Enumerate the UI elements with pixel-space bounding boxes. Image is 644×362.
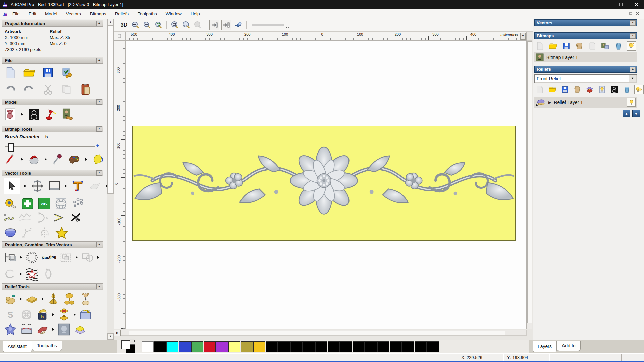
save-bitmap-layer-icon[interactable] bbox=[561, 41, 571, 51]
move-layer-up-icon[interactable]: ▲ bbox=[623, 110, 630, 117]
new-relief-layer-icon[interactable] bbox=[535, 84, 545, 95]
freehand-draw-tool[interactable] bbox=[89, 180, 101, 192]
canvas-vertical-scrollbar[interactable] bbox=[527, 40, 532, 329]
flyout-arrow-icon[interactable] bbox=[24, 185, 26, 187]
save-relief-layer-icon[interactable] bbox=[560, 84, 570, 95]
toggle-bitmap-visibility-icon[interactable] bbox=[627, 41, 636, 51]
menu-vectors[interactable]: Vectors bbox=[62, 11, 86, 16]
flyout-arrow-icon[interactable] bbox=[52, 328, 54, 331]
toggle-assistant-panel-icon[interactable] bbox=[209, 20, 219, 30]
copy-icon[interactable] bbox=[60, 83, 73, 96]
align-vectors-tool[interactable] bbox=[4, 251, 17, 264]
mirror-vectors-tool[interactable] bbox=[38, 226, 51, 239]
combine-relief-icon[interactable] bbox=[585, 84, 595, 95]
zoom-object-icon[interactable] bbox=[181, 20, 191, 30]
nesting-tool[interactable]: Nesting bbox=[41, 250, 57, 264]
polyline-tool[interactable] bbox=[21, 226, 34, 239]
relief-layer-name[interactable]: Relief Layer 1 bbox=[554, 100, 624, 105]
color-swatch[interactable] bbox=[402, 341, 414, 352]
color-swatch[interactable] bbox=[315, 341, 327, 352]
color-swatch[interactable] bbox=[427, 341, 439, 352]
create-text-tool[interactable] bbox=[71, 180, 84, 192]
menu-window[interactable]: Window bbox=[161, 11, 186, 16]
pan-view-icon[interactable] bbox=[233, 20, 243, 30]
bitmap-layer-row[interactable]: Bitmap Layer 1 bbox=[534, 52, 637, 62]
spin-relief-tool[interactable] bbox=[47, 293, 60, 305]
rollup-button[interactable]: ▲ bbox=[96, 99, 102, 105]
flyout-arrow-icon[interactable] bbox=[65, 185, 67, 187]
dome-relief-tool[interactable] bbox=[4, 337, 17, 340]
measure-tool[interactable] bbox=[4, 197, 17, 210]
star-relief-tool[interactable] bbox=[4, 323, 17, 336]
tab-layers[interactable]: Layers bbox=[533, 341, 557, 352]
mdi-close-icon[interactable] bbox=[636, 12, 639, 15]
pyramid-relief-tool[interactable] bbox=[36, 337, 49, 340]
flyout-arrow-icon[interactable] bbox=[21, 158, 23, 161]
color-swatch[interactable] bbox=[390, 341, 402, 352]
primary-secondary-colour-indicator[interactable] bbox=[121, 340, 136, 353]
toggle-relief-visibility-icon[interactable] bbox=[634, 85, 644, 94]
flyout-arrow-icon[interactable] bbox=[20, 298, 22, 300]
expand-relief-layer-icon[interactable]: ▶ bbox=[548, 100, 551, 105]
trim-vectors-tool[interactable] bbox=[70, 211, 83, 224]
color-swatch[interactable] bbox=[303, 341, 315, 352]
toggle-toolpaths-panel-icon[interactable] bbox=[221, 20, 231, 30]
options-icon[interactable] bbox=[60, 66, 73, 79]
join-vectors-tool[interactable] bbox=[4, 267, 17, 280]
sculpting-tool[interactable]: S bbox=[4, 308, 17, 321]
model-artboard[interactable] bbox=[132, 126, 515, 240]
link-colours-icon[interactable] bbox=[129, 339, 135, 343]
lighting-icon[interactable] bbox=[45, 108, 57, 121]
node-editing-tool[interactable] bbox=[4, 213, 14, 223]
shape-from-vectors-tool[interactable] bbox=[58, 308, 70, 321]
paste-along-curve-tool[interactable]: ABC bbox=[38, 198, 50, 209]
paint-selective-icon[interactable] bbox=[28, 153, 40, 166]
flyout-arrow-icon[interactable] bbox=[45, 158, 47, 161]
scrollbar-thumb[interactable] bbox=[527, 41, 532, 323]
redo-icon[interactable] bbox=[23, 83, 36, 96]
move-layer-down-icon[interactable]: ▼ bbox=[632, 110, 640, 117]
scrollbar-thumb[interactable] bbox=[129, 331, 505, 335]
close-button[interactable] bbox=[629, 0, 644, 9]
menu-model[interactable]: Model bbox=[41, 11, 62, 16]
color-swatch[interactable] bbox=[179, 341, 191, 352]
flyout-arrow-icon[interactable] bbox=[76, 256, 78, 259]
tab-assistant[interactable]: Assistant bbox=[3, 341, 32, 352]
collapse-bitmaps-icon[interactable]: ▲ bbox=[630, 33, 636, 39]
color-swatch[interactable] bbox=[142, 341, 154, 352]
relief-layer-visibility-icon[interactable] bbox=[627, 98, 636, 107]
blank-bitmap-icon[interactable] bbox=[587, 41, 597, 51]
mdi-minimize-icon[interactable] bbox=[623, 12, 626, 15]
delete-relief-icon[interactable] bbox=[622, 84, 632, 95]
open-model-icon[interactable] bbox=[23, 66, 36, 79]
wrap-relief-tool[interactable] bbox=[68, 337, 81, 340]
paste-icon[interactable] bbox=[79, 83, 92, 96]
text-on-curve-tool[interactable] bbox=[25, 251, 38, 264]
zoom-fit-icon[interactable] bbox=[170, 20, 179, 30]
color-swatch[interactable] bbox=[228, 341, 240, 352]
paste-relief-tool[interactable] bbox=[74, 323, 87, 336]
menu-bitmaps[interactable]: Bitmaps bbox=[86, 11, 111, 16]
relief-select-combobox[interactable]: Front Relief ▼ bbox=[534, 74, 637, 83]
flyout-arrow-icon[interactable] bbox=[85, 158, 87, 161]
relief-layer-row[interactable]: ▶ Relief Layer 1 bbox=[534, 97, 637, 108]
block-copy-tool[interactable] bbox=[60, 251, 72, 264]
color-swatch[interactable] bbox=[340, 341, 352, 352]
cut-icon[interactable] bbox=[42, 83, 54, 96]
vector-doctor-tool[interactable] bbox=[21, 197, 34, 210]
rollup-button[interactable]: ▲ bbox=[96, 242, 102, 247]
rollup-button[interactable]: ▲ bbox=[96, 126, 102, 132]
tab-toolpaths[interactable]: Toolpaths bbox=[32, 341, 62, 351]
mdi-restore-icon[interactable] bbox=[629, 12, 633, 15]
toggle-3d-view-button[interactable]: 3D bbox=[119, 20, 129, 30]
color-swatch[interactable] bbox=[266, 341, 278, 352]
flyout-arrow-icon[interactable] bbox=[20, 273, 22, 275]
minimize-button[interactable] bbox=[598, 0, 613, 9]
vector-texture-tool[interactable] bbox=[25, 267, 38, 280]
color-swatch[interactable] bbox=[353, 341, 365, 352]
scroll-up-icon[interactable]: ▲ bbox=[107, 19, 114, 25]
rollup-button[interactable]: ▲ bbox=[96, 284, 102, 289]
color-swatch[interactable] bbox=[204, 341, 216, 352]
pick-colour-icon[interactable] bbox=[51, 153, 64, 166]
bitmap-layer-name[interactable]: Bitmap Layer 1 bbox=[546, 55, 578, 60]
